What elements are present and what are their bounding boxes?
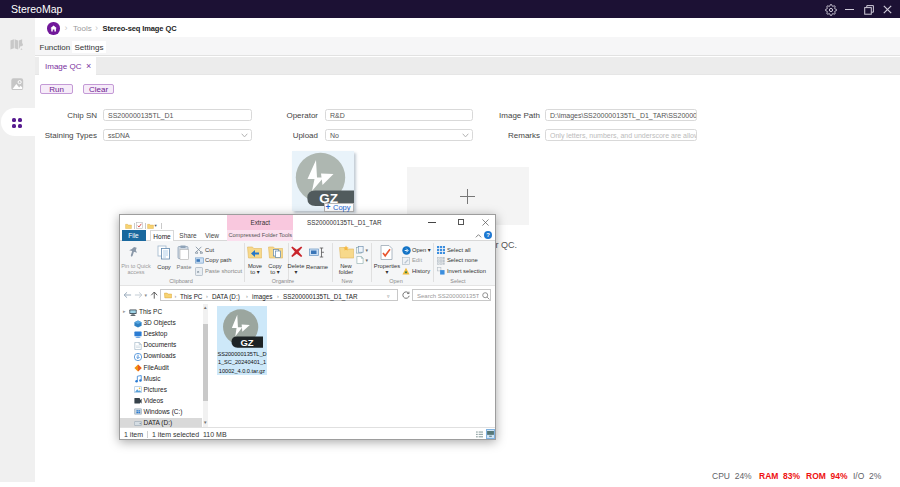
svg-text:GZ: GZ: [241, 336, 254, 347]
